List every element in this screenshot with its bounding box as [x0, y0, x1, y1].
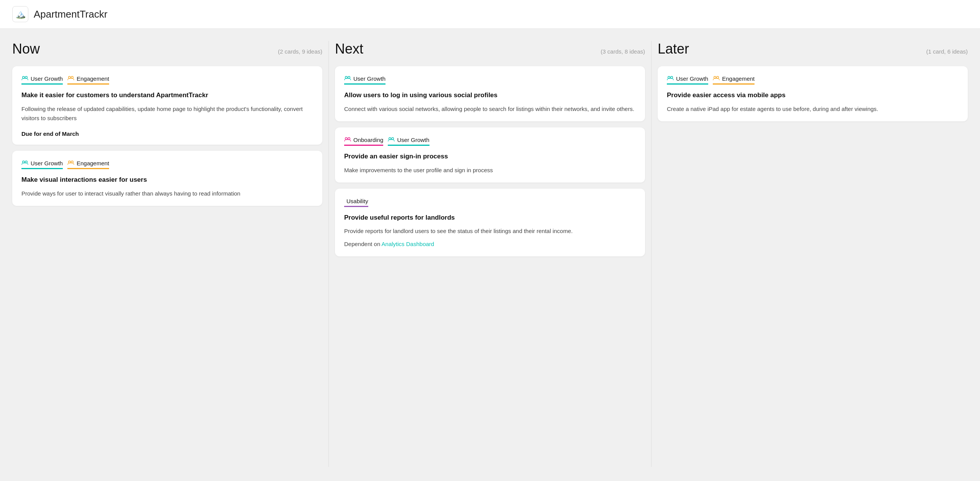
svg-point-13	[392, 137, 394, 139]
column-header-later: Later(1 card, 6 ideas)	[658, 41, 968, 57]
card-description: Provide reports for landlord users to se…	[344, 227, 636, 236]
card-title: Make visual interactions easier for user…	[21, 175, 313, 184]
engagement-icon	[713, 75, 720, 82]
svg-point-9	[348, 77, 350, 78]
card-tags: User Growth Engagement	[21, 160, 313, 169]
app-header: 🏔️ ApartmentTrackr	[0, 0, 980, 29]
user-growth-icon	[344, 75, 351, 82]
card-description: Provide ways for user to interact visual…	[21, 189, 313, 198]
tag-label: Onboarding	[353, 137, 383, 143]
tag-label: Usability	[346, 198, 368, 204]
svg-point-6	[69, 161, 70, 163]
column-later: Later(1 card, 6 ideas) User Growth Engag…	[652, 41, 968, 467]
card-due-date: Due for end of March	[21, 130, 313, 137]
card[interactable]: User Growth EngagementProvide easier acc…	[658, 66, 968, 121]
card-tags: Onboarding User Growth	[344, 137, 636, 146]
tag-engagement[interactable]: Engagement	[67, 75, 109, 85]
svg-point-11	[348, 137, 350, 139]
engagement-icon	[67, 75, 74, 82]
card-title: Allow users to log in using various soci…	[344, 91, 636, 100]
card-title: Provide an easier sign-in process	[344, 152, 636, 161]
column-next: Next(3 cards, 8 ideas) User GrowthAllow …	[329, 41, 651, 467]
column-header-now: Now(2 cards, 9 ideas)	[12, 41, 322, 57]
card[interactable]: User Growth EngagementMake visual intera…	[12, 151, 322, 206]
board: Now(2 cards, 9 ideas) User Growth Engage…	[0, 29, 980, 479]
svg-point-12	[389, 137, 391, 139]
card-description: Make improvements to the user profile an…	[344, 166, 636, 175]
card-dependent-text: Dependent on Analytics Dashboard	[344, 240, 636, 249]
cards-container-later: User Growth EngagementProvide easier acc…	[658, 66, 968, 121]
logo-icon: 🏔️	[15, 9, 26, 19]
svg-point-1	[25, 77, 27, 78]
user-growth-icon	[667, 75, 674, 82]
column-meta-now: (2 cards, 9 ideas)	[278, 48, 322, 55]
card-tags: Usability	[344, 198, 636, 207]
column-title-next: Next	[335, 41, 363, 57]
tag-user-growth[interactable]: User Growth	[344, 75, 385, 85]
card[interactable]: User Growth EngagementMake it easier for…	[12, 66, 322, 145]
tag-label: User Growth	[676, 75, 708, 82]
column-title-now: Now	[12, 41, 40, 57]
card-title: Provide easier access via mobile apps	[667, 91, 959, 100]
tag-label: Engagement	[77, 75, 109, 82]
card-tags: User Growth	[344, 75, 636, 85]
card-description: Create a native iPad app for estate agen…	[667, 104, 959, 114]
tag-onboarding[interactable]: Onboarding	[344, 137, 383, 146]
tag-label: User Growth	[31, 75, 63, 82]
card-tags: User Growth Engagement	[21, 75, 313, 85]
card-link[interactable]: Analytics Dashboard	[382, 241, 434, 247]
card-tags: User Growth Engagement	[667, 75, 959, 85]
user-growth-icon	[21, 160, 28, 166]
svg-point-3	[71, 77, 73, 78]
onboarding-icon	[344, 137, 351, 143]
tag-label: Engagement	[722, 75, 755, 82]
card-title: Make it easier for customers to understa…	[21, 91, 313, 100]
cards-container-now: User Growth EngagementMake it easier for…	[12, 66, 322, 206]
app-title: ApartmentTrackr	[34, 8, 108, 20]
user-growth-icon	[21, 75, 28, 82]
card-description: Connect with various social networks, al…	[344, 104, 636, 114]
tag-engagement[interactable]: Engagement	[713, 75, 755, 85]
app-logo: 🏔️	[12, 6, 28, 22]
tag-label: Engagement	[77, 160, 109, 166]
column-now: Now(2 cards, 9 ideas) User Growth Engage…	[12, 41, 328, 467]
column-meta-next: (3 cards, 8 ideas)	[601, 48, 645, 55]
svg-point-0	[23, 77, 24, 78]
tag-user-growth[interactable]: User Growth	[388, 137, 429, 146]
svg-point-2	[69, 77, 70, 78]
tag-usability[interactable]: Usability	[344, 198, 368, 207]
svg-point-5	[25, 161, 27, 163]
column-title-later: Later	[658, 41, 689, 57]
card-description: Following the release of updated capabil…	[21, 104, 313, 123]
card-title: Provide useful reports for landlords	[344, 213, 636, 222]
tag-label: User Growth	[31, 160, 63, 166]
svg-point-7	[71, 161, 73, 163]
card[interactable]: Onboarding User GrowthProvide an easier …	[335, 127, 645, 183]
user-growth-icon	[388, 137, 395, 143]
tag-label: User Growth	[397, 137, 429, 143]
engagement-icon	[67, 160, 74, 166]
svg-point-14	[668, 77, 670, 78]
svg-point-10	[345, 137, 347, 139]
cards-container-next: User GrowthAllow users to log in using v…	[335, 66, 645, 256]
column-header-next: Next(3 cards, 8 ideas)	[335, 41, 645, 57]
svg-point-4	[23, 161, 24, 163]
tag-user-growth[interactable]: User Growth	[21, 160, 63, 169]
svg-point-17	[717, 77, 719, 78]
svg-point-16	[714, 77, 716, 78]
card[interactable]: User GrowthAllow users to log in using v…	[335, 66, 645, 121]
tag-engagement[interactable]: Engagement	[67, 160, 109, 169]
tag-label: User Growth	[353, 75, 385, 82]
svg-point-15	[671, 77, 673, 78]
tag-user-growth[interactable]: User Growth	[667, 75, 708, 85]
tag-user-growth[interactable]: User Growth	[21, 75, 63, 85]
column-meta-later: (1 card, 6 ideas)	[926, 48, 968, 55]
svg-point-8	[345, 77, 347, 78]
card[interactable]: UsabilityProvide useful reports for land…	[335, 189, 645, 257]
